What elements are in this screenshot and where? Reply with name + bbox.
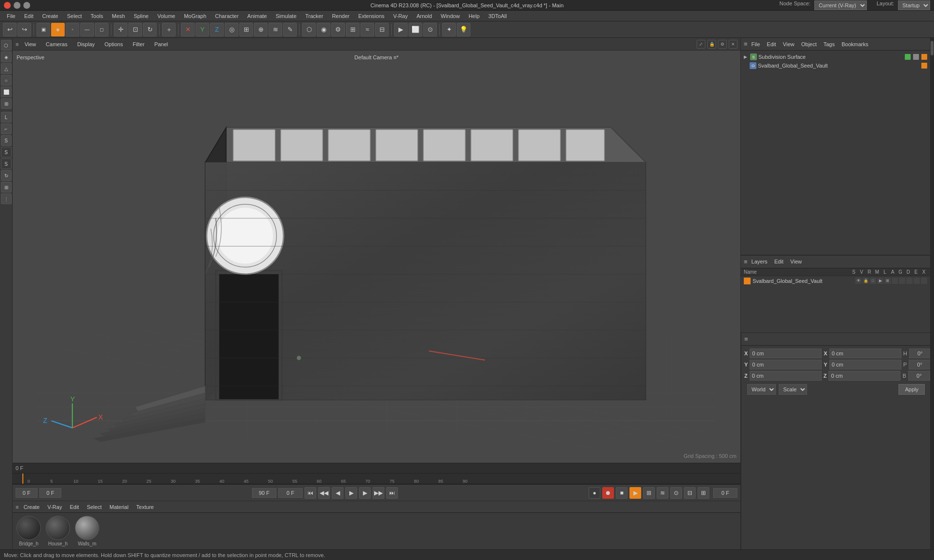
layer-render-icon[interactable]: □	[870, 278, 876, 284]
polygon-mode-button[interactable]: ◻	[95, 23, 108, 36]
camera-button[interactable]: ⊞	[346, 23, 359, 36]
vp-menu-options[interactable]: Options	[101, 40, 127, 48]
fps-input[interactable]: 0 F	[39, 488, 61, 498]
light-button[interactable]: ⚙	[331, 23, 345, 36]
vp-menu-display[interactable]: Display	[73, 40, 99, 48]
left-tool-14[interactable]: ⋮	[1, 193, 12, 204]
next-key-button[interactable]: ▶▶	[373, 487, 384, 499]
go-start-button[interactable]: ⏮	[305, 487, 316, 499]
om-menu-object[interactable]: Object	[798, 40, 820, 48]
vp-lock-button[interactable]: 🔒	[707, 40, 716, 49]
minimize-button[interactable]	[14, 2, 20, 9]
record-button[interactable]: ●	[589, 487, 600, 499]
timeline-mode-2[interactable]: ▶	[629, 487, 641, 499]
mat-menu-create[interactable]: Create	[20, 503, 42, 511]
layers-menu-icon[interactable]: ≡	[744, 258, 748, 265]
material-house-h[interactable]: House_h	[46, 516, 70, 546]
timeline-mode-5[interactable]: ⊟	[684, 487, 696, 499]
y-position-input[interactable]: 0 cm	[750, 360, 822, 369]
om-menu-file[interactable]: File	[749, 40, 763, 48]
scale-mode-select[interactable]: Scale	[779, 384, 807, 395]
edge-mode-button[interactable]: —	[80, 23, 94, 36]
menu-simulate[interactable]: Simulate	[272, 12, 301, 20]
om-menu-tags[interactable]: Tags	[821, 40, 838, 48]
layers-menu-edit[interactable]: Edit	[772, 258, 787, 265]
maximize-button[interactable]	[23, 2, 30, 9]
layer-row-1[interactable]: Svalbard_Global_Seed_Vault 👁 🔒 □ ▶ ⊞	[741, 276, 930, 286]
deformer-button[interactable]: ≈	[360, 23, 374, 36]
material-ball-1[interactable]	[17, 516, 41, 540]
y-rot-input[interactable]: 0 cm	[829, 360, 901, 369]
add-object-button[interactable]: ＋	[162, 23, 176, 36]
timeline-mode-3[interactable]: ≋	[657, 487, 668, 499]
move-tool-button[interactable]: ✛	[114, 23, 127, 36]
om-menu-icon[interactable]: ≡	[744, 40, 748, 48]
viewport-3d[interactable]: Perspective Default Camera ≡*	[13, 51, 740, 463]
left-tool-2[interactable]: ◈	[1, 52, 12, 62]
layers-menu-layers[interactable]: Layers	[749, 258, 771, 265]
mat-menu-vray[interactable]: V-Ray	[44, 503, 65, 511]
timeline[interactable]: 0 5 10 15 20 25 30 35 40 45 50 55 60 65 …	[13, 473, 740, 484]
layer-deform-icon[interactable]: ⊞	[884, 278, 891, 284]
layer-extra-5[interactable]	[921, 278, 927, 284]
z-rot-input[interactable]: 0 cm	[828, 371, 900, 381]
left-tool-8[interactable]: ⌐	[1, 123, 12, 134]
apply-button[interactable]: Apply	[898, 384, 925, 395]
mat-menu-icon[interactable]: ≡	[16, 504, 18, 510]
left-tool-9[interactable]: S	[1, 135, 12, 146]
redo-button[interactable]: ↪	[18, 23, 31, 36]
vp-settings-button[interactable]: ⚙	[718, 40, 727, 49]
vp-expand-button[interactable]: ⤢	[697, 40, 705, 49]
vp-menu-icon[interactable]: ≡	[16, 41, 18, 47]
mat-menu-edit[interactable]: Edit	[67, 503, 82, 511]
vp-menu-panel[interactable]: Panel	[150, 40, 172, 48]
left-tool-11[interactable]: S	[1, 158, 12, 169]
x-position-input[interactable]: 0 cm	[750, 349, 822, 358]
left-tool-3[interactable]: △	[1, 63, 12, 74]
selection-tool-button[interactable]: ✕	[181, 23, 195, 36]
timeline-mode-4[interactable]: ⊙	[670, 487, 682, 499]
model-mode-button[interactable]: ▣	[36, 23, 50, 36]
scale-tool-button[interactable]: ⊡	[128, 23, 142, 36]
menu-mograph[interactable]: MoGraph	[180, 12, 210, 20]
prev-key-button[interactable]: ◀◀	[318, 487, 330, 499]
layer-extra-3[interactable]	[906, 278, 913, 284]
snap-button[interactable]: ⊞	[239, 23, 253, 36]
menu-create[interactable]: Create	[38, 12, 62, 20]
mat-menu-select[interactable]: Select	[84, 503, 105, 511]
vp-menu-cameras[interactable]: Cameras	[42, 40, 72, 48]
z-position-input[interactable]: 0 cm	[750, 371, 822, 381]
left-tool-10[interactable]: S	[1, 147, 12, 158]
menu-tools[interactable]: Tools	[87, 12, 107, 20]
auto-key-button[interactable]: ⏺	[602, 487, 614, 499]
z-axis-button[interactable]: Z	[210, 23, 224, 36]
brush-button[interactable]: ✦	[442, 23, 456, 36]
scroll-thumb-right[interactable]	[931, 41, 934, 55]
menu-character[interactable]: Character	[211, 12, 242, 20]
menu-edit[interactable]: Edit	[20, 12, 37, 20]
world-button[interactable]: ◎	[225, 23, 238, 36]
layer-extra-1[interactable]	[892, 278, 898, 284]
undo-button[interactable]: ↩	[3, 23, 17, 36]
x-rot-input[interactable]: 0 cm	[829, 349, 901, 358]
play-button[interactable]: ▶	[345, 487, 357, 499]
material-ball-3[interactable]	[75, 516, 99, 540]
left-tool-1[interactable]: ⬡	[1, 40, 12, 51]
left-tool-4[interactable]: ○	[1, 75, 12, 86]
menu-select[interactable]: Select	[63, 12, 86, 20]
tree-item-subdivision[interactable]: ▶ S Subdivision Surface	[743, 52, 928, 61]
vp-close-button[interactable]: ✕	[729, 40, 737, 49]
menu-arnold[interactable]: Arnold	[413, 12, 436, 20]
left-tool-12[interactable]: ↻	[1, 170, 12, 181]
timeline-mode-6[interactable]: ⊞	[698, 487, 709, 499]
sphere-button[interactable]: ◉	[317, 23, 330, 36]
p-input[interactable]: 0°	[909, 360, 931, 369]
timeline-mode-1[interactable]: ■	[616, 487, 628, 499]
h-input[interactable]: 0°	[909, 349, 931, 358]
point-mode-button[interactable]: ◦	[66, 23, 79, 36]
playback-fps-input[interactable]: 0 F	[278, 488, 303, 498]
layer-eye-icon[interactable]: 👁	[855, 278, 862, 284]
curve-button[interactable]: ≋	[269, 23, 282, 36]
cube-button[interactable]: ⬡	[302, 23, 316, 36]
layout-select[interactable]: Startup	[898, 0, 930, 10]
